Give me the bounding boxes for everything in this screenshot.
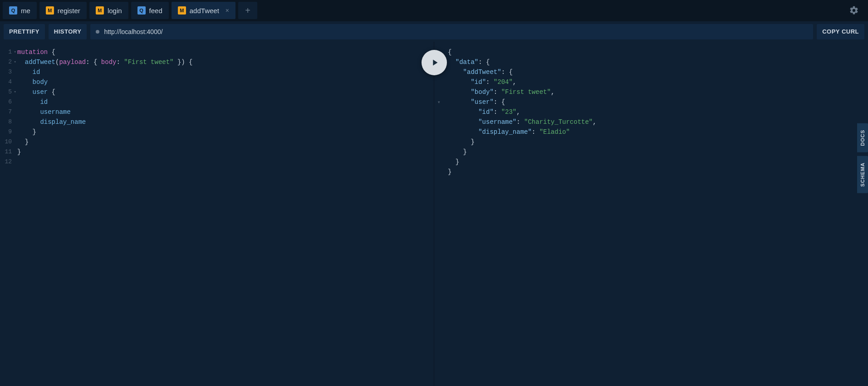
tab-me[interactable]: Q me (3, 2, 37, 19)
query-badge-icon: Q (137, 6, 146, 15)
gear-icon (849, 5, 859, 15)
mutation-badge-icon: M (96, 6, 104, 15)
close-icon[interactable]: × (226, 7, 229, 14)
tab-feed[interactable]: Q feed (131, 2, 169, 19)
status-dot-icon (96, 30, 99, 34)
tab-label: login (108, 7, 122, 15)
tab-login[interactable]: M login (89, 2, 128, 19)
query-code[interactable]: mutation { addTweet(payload: { body: "Fi… (16, 42, 434, 386)
settings-button[interactable] (843, 0, 865, 21)
editor-area: 1▾ 2▾ 34 5▾ 678 9101112 mutation { addTw… (0, 42, 868, 386)
endpoint-input[interactable] (104, 28, 808, 35)
copy-curl-button[interactable]: COPY CURL (817, 24, 864, 39)
tab-register[interactable]: M register (39, 2, 87, 19)
plus-icon: + (245, 5, 250, 16)
mutation-badge-icon: M (178, 6, 186, 15)
tab-addtweet[interactable]: M addTweet × (172, 2, 235, 19)
tab-label: register (58, 7, 80, 15)
tab-label: me (21, 7, 30, 15)
tab-label: feed (149, 7, 162, 15)
history-button[interactable]: HISTORY (49, 24, 87, 39)
tab-label: addTweet (190, 7, 219, 15)
docs-button[interactable]: DOCS (857, 123, 868, 152)
query-badge-icon: Q (9, 6, 17, 15)
schema-button[interactable]: SCHEMA (857, 156, 868, 193)
tab-strip: Q me M register M login Q feed M addTwee… (0, 0, 868, 21)
play-icon (430, 58, 440, 68)
fold-gutter: ▾▾▾ ▾ (434, 42, 443, 386)
endpoint-field[interactable] (90, 24, 813, 39)
prettify-button[interactable]: PRETTIFY (4, 24, 45, 39)
side-rail: DOCS SCHEMA (857, 123, 868, 193)
query-editor[interactable]: 1▾ 2▾ 34 5▾ 678 9101112 mutation { addTw… (0, 42, 434, 386)
toolbar: PRETTIFY HISTORY COPY CURL (0, 21, 868, 42)
response-code: { "data": { "addTweet": { "id": "204", "… (447, 42, 868, 386)
mutation-badge-icon: M (46, 6, 54, 15)
execute-button[interactable] (422, 50, 447, 75)
line-gutter: 1▾ 2▾ 34 5▾ 678 9101112 (0, 42, 15, 386)
new-tab-button[interactable]: + (238, 2, 257, 19)
response-viewer[interactable]: ▾▾▾ ▾ { "data": { "addTweet": { "id": "2… (434, 42, 868, 386)
